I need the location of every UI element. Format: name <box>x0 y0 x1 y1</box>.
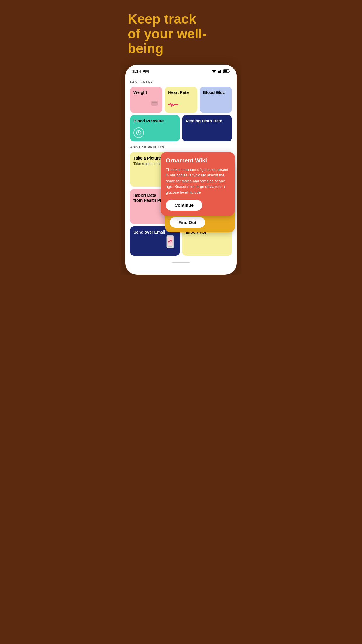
phone-mockup: 3:14 PM FAST ENT <box>125 65 237 275</box>
scale-icon <box>150 99 159 109</box>
svg-rect-8 <box>152 102 157 103</box>
tile-weight[interactable]: Weight <box>130 87 162 113</box>
app-content: FAST ENTRY Weight Heart Rate <box>125 80 237 256</box>
continue-button[interactable]: Continue <box>166 200 202 211</box>
wifi-icon <box>212 69 216 73</box>
home-indicator <box>172 262 190 263</box>
tile-take-picture-label: Take a Picture <box>133 156 161 160</box>
battery-icon <box>223 69 230 73</box>
status-bar: 3:14 PM <box>125 65 237 77</box>
heartwave-icon <box>168 101 194 109</box>
svg-text:@: @ <box>168 239 172 244</box>
fast-entry-row2: Blood Pressure Resting Heart Rate <box>130 115 232 141</box>
hero-section: Keep track of your well-being <box>121 0 241 65</box>
tile-resting-heart-rate[interactable]: Resting Heart Rate <box>182 115 232 141</box>
fast-entry-row1: Weight Heart Rate <box>130 87 232 113</box>
lab-results-label: ADD LAB RESULTS <box>130 146 232 149</box>
svg-rect-7 <box>151 101 158 106</box>
popup-red-body: The exact amount of glucose present in o… <box>166 167 230 195</box>
tile-weight-label: Weight <box>133 90 159 95</box>
tile-blood-glucose[interactable]: Blood Gluc <box>200 87 232 113</box>
tile-resting-heart-rate-label: Resting Heart Rate <box>186 119 229 124</box>
svg-rect-6 <box>229 71 230 72</box>
svg-rect-3 <box>220 70 221 73</box>
find-out-button[interactable]: Find Out <box>170 217 205 228</box>
fast-entry-label: FAST ENTRY <box>130 80 232 84</box>
gauge-icon <box>133 127 144 138</box>
tile-blood-glucose-label: Blood Gluc <box>203 90 229 95</box>
svg-rect-1 <box>218 71 219 73</box>
svg-point-11 <box>138 132 139 133</box>
popup-red-title: Ornament Wiki <box>166 157 230 164</box>
popup-red-card: Ornament Wiki The exact amount of glucos… <box>161 152 235 216</box>
svg-marker-0 <box>212 70 216 73</box>
tile-heart-rate-label: Heart Rate <box>168 90 194 95</box>
page-wrapper: Keep track of your well-being 3:14 PM <box>121 0 241 275</box>
status-icons <box>212 69 230 73</box>
signal-icon <box>218 69 222 73</box>
tile-blood-pressure-label: Blood Pressure <box>133 119 176 124</box>
tile-blood-pressure[interactable]: Blood Pressure <box>130 115 180 141</box>
status-time: 3:14 PM <box>132 69 149 74</box>
phone-email-icon: @ <box>164 235 176 252</box>
hero-title: Keep track of your well-being <box>128 12 234 56</box>
svg-rect-5 <box>224 70 227 72</box>
tile-heart-rate[interactable]: Heart Rate <box>165 87 197 113</box>
svg-rect-2 <box>219 71 220 73</box>
svg-rect-35 <box>168 246 172 247</box>
